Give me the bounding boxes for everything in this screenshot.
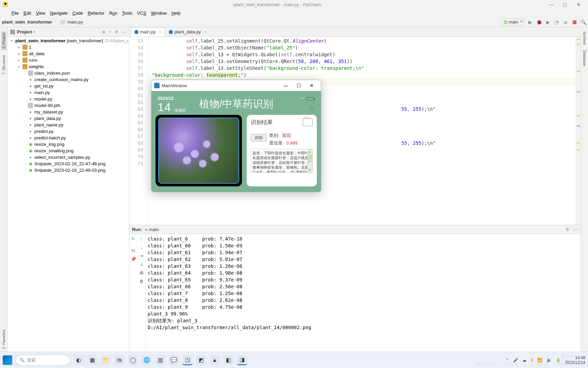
menu-view[interactable]: View (36, 11, 45, 16)
down-trace-button[interactable]: ↓ (140, 245, 143, 250)
scroll-button[interactable]: ⤓ (140, 262, 143, 267)
console-output[interactable]: class: plant_6 prob: 7.47e-10 class: pla… (146, 234, 581, 352)
menu-vcs[interactable]: VCS (137, 11, 146, 16)
rerun-button[interactable]: ↻ (131, 236, 135, 241)
taskbar-pycharm-icon[interactable]: ◳ (182, 355, 193, 365)
tree-file[interactable]: plant_data.py (7, 115, 129, 122)
qt-minimize-button[interactable]: — (279, 83, 292, 88)
tree-file[interactable]: predict-batch.py (7, 135, 129, 141)
tree-file[interactable]: get_txt.py (7, 83, 129, 89)
stop-button[interactable] (572, 19, 577, 25)
tree-file[interactable]: select_incorrect_samples.py (7, 154, 129, 160)
concurrency-button[interactable]: ≣ (563, 19, 568, 25)
menu-help[interactable]: Help (172, 11, 181, 16)
locate-button[interactable]: ⊕ (102, 29, 105, 34)
description-box[interactable]: 匙形；下部叶匙状长圆形；中部叶长圆形或长圆披针形；总苞片线形或线状披针形；花柱附… (251, 149, 313, 173)
tool-sciview[interactable]: SciView (583, 31, 587, 45)
menu-refactor[interactable]: Refactor (88, 11, 104, 16)
qt-close-button[interactable]: ✕ (305, 83, 318, 88)
print-button[interactable]: 🖶 (139, 270, 144, 275)
run-hide-button[interactable]: — (573, 227, 578, 232)
tree-file[interactable]: model-90.pth (7, 102, 129, 109)
taskbar-store-icon[interactable]: 🛍 (114, 355, 125, 365)
tree-folder[interactable]: ▸weights (7, 63, 129, 70)
up-trace-button[interactable]: ↑ (140, 236, 143, 241)
project-header-label[interactable]: Project (17, 29, 32, 34)
home-icon[interactable]: ⌂ (309, 103, 314, 113)
taskbar-widgets-icon[interactable]: ▦ (87, 355, 97, 365)
project-tree[interactable]: ▾plant_swin_transformer [swin_transforme… (7, 37, 129, 352)
expand-button[interactable]: ÷ (109, 29, 111, 34)
qt-maximize-button[interactable]: ☐ (292, 83, 305, 88)
tray-mic-icon[interactable]: 🎤 (513, 358, 518, 363)
clear-button[interactable]: 🗑 (139, 279, 144, 284)
taskbar-explorer-icon[interactable]: 📁 (101, 355, 111, 365)
recognize-button[interactable]: 识别 (251, 134, 266, 141)
taskbar-edge-icon[interactable]: 🌐 (142, 355, 152, 365)
tray-battery-icon[interactable]: 🔋 (556, 358, 561, 363)
tree-folder[interactable]: ▸runs (7, 57, 129, 63)
editor-tab[interactable]: main.py× (131, 27, 165, 36)
taskbar-wechat-icon[interactable]: 💬 (169, 355, 179, 365)
qt-app-window[interactable]: MainWindow — ☐ ✕ 2023/12 14 星期四 植物/中草药识别… (151, 80, 321, 192)
run-settings-button[interactable]: ✲ (566, 227, 569, 232)
tree-file[interactable]: Snipaste_2023-02-16_22-47-46.png (7, 160, 129, 167)
breadcrumb[interactable]: plant_swin_transformer 〉 main.py (2, 19, 83, 25)
profile-button[interactable]: ◔ (554, 19, 559, 25)
taskbar-app4-icon[interactable]: ◧ (223, 355, 233, 365)
run-tab-name[interactable]: main (149, 227, 159, 232)
tree-folder[interactable]: ▸1 (7, 44, 129, 50)
tray-chevron-icon[interactable]: ⌃ (506, 358, 509, 363)
tree-root[interactable]: ▾plant_swin_transformer [swin_transforme… (7, 37, 129, 44)
taskbar-chrome-icon[interactable]: ◯ (128, 355, 138, 365)
taskbar-search[interactable]: 🔍 搜索 (16, 355, 70, 366)
close-tab-icon[interactable]: × (204, 30, 207, 34)
tray-onedrive-icon[interactable]: ☁ (522, 358, 526, 363)
breadcrumb-project[interactable]: plant_swin_transformer (2, 19, 52, 25)
tree-file[interactable]: class_indices.json (7, 70, 129, 76)
tool-structure[interactable]: 7: Structure (2, 55, 6, 75)
maximize-button[interactable]: ▢ (558, 1, 572, 8)
close-tab-icon[interactable]: × (159, 30, 161, 34)
search-everywhere-button[interactable]: 🔍 (581, 19, 586, 25)
tree-file[interactable]: resize_img.png (7, 141, 129, 148)
taskbar-python-icon[interactable]: ◨ (237, 355, 247, 365)
run-config-selector[interactable]: main (501, 18, 524, 26)
open-folder-icon[interactable] (303, 118, 313, 126)
taskbar-app2-icon[interactable]: ◩ (196, 355, 206, 365)
taskbar-app3-icon[interactable]: ▲ (210, 355, 220, 365)
breadcrumb-file[interactable]: main.py (67, 19, 83, 25)
layout-button[interactable]: ⇆ (131, 248, 135, 253)
run-button[interactable]: ▶ (527, 19, 533, 25)
tree-file[interactable]: resize_smalling.png (7, 148, 129, 154)
tree-folder[interactable]: ▸all_data (7, 50, 129, 57)
tray-ime-icon[interactable]: S (530, 358, 533, 363)
tree-file[interactable]: my_dataset.py (7, 109, 129, 115)
tray-network-icon[interactable]: 📶 (537, 358, 542, 363)
tree-file[interactable]: model.py (7, 96, 129, 102)
start-button[interactable] (3, 355, 12, 365)
settings-button[interactable]: ✲ (115, 29, 118, 34)
debug-button[interactable]: 🐞 (536, 19, 542, 25)
menu-file[interactable]: File (12, 11, 19, 16)
taskbar-copilot-icon[interactable]: ◐ (74, 355, 84, 365)
coverage-button[interactable]: ▶ (545, 19, 551, 25)
close-button[interactable]: ✕ (572, 1, 585, 8)
menu-run[interactable]: Run (109, 11, 117, 16)
menu-tools[interactable]: Tools (122, 11, 132, 16)
scrollbar-thumb[interactable] (307, 154, 312, 162)
tree-file[interactable]: main.py (7, 89, 129, 96)
tool-favorites[interactable]: 2: Favorites (2, 329, 6, 349)
taskbar-clock[interactable]: 14:48 2023/12/14 (565, 355, 585, 365)
menu-navigate[interactable]: Navigate (50, 11, 67, 16)
menu-window[interactable]: Window (151, 11, 167, 16)
hide-button[interactable]: — (122, 29, 126, 34)
editor-tab[interactable]: plant_data.py× (165, 27, 210, 36)
wrap-button[interactable]: ⇥ (140, 253, 143, 258)
tree-file[interactable]: predict.py (7, 128, 129, 135)
error-stripe[interactable] (576, 37, 581, 225)
taskbar-app1-icon[interactable]: ▥ (155, 355, 165, 365)
qt-titlebar[interactable]: MainWindow — ☐ ✕ (151, 80, 321, 91)
menu-code[interactable]: Code (72, 11, 83, 16)
tray-volume-icon[interactable]: 🔊 (546, 358, 552, 363)
